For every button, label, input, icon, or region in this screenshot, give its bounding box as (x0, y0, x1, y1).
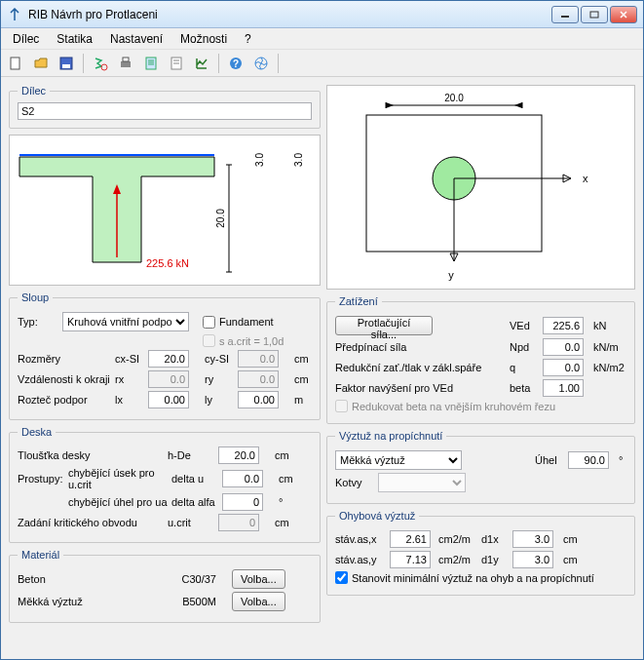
sloup-legend: Sloup (18, 291, 53, 303)
usek-label: chybějící úsek pro u.crit (68, 467, 168, 490)
ry-label: ry (205, 373, 234, 385)
svg-text:x: x (583, 173, 588, 184)
d1x-input[interactable] (512, 530, 553, 548)
menu-nastaveni[interactable]: Nastavení (102, 30, 170, 48)
uhel-label: chybějící úhel pro ua (68, 496, 168, 508)
redukovat-checkbox: Redukovat beta na vnějším kruhovém řezu (335, 400, 555, 412)
beton-volba-button[interactable]: Volba... (232, 569, 285, 589)
faktor-label: Faktor navýšení pro VEd (335, 382, 506, 394)
cysi-input (238, 350, 279, 368)
section-diagram: 225.6 kN 20.0 3.0 3.0 (9, 135, 321, 286)
run-icon[interactable] (90, 53, 111, 74)
roztec-label: Rozteč podpor (18, 394, 111, 406)
uhel-label-2: Úhel (535, 454, 564, 466)
deltaalfa-input[interactable] (222, 493, 263, 511)
menu-statika[interactable]: Statika (49, 30, 100, 48)
fan-icon[interactable] (250, 53, 272, 74)
new-icon[interactable] (5, 53, 26, 74)
beton-value: C30/37 (158, 573, 216, 585)
sheet-icon[interactable] (166, 53, 187, 74)
open-icon[interactable] (30, 53, 52, 74)
vyztuz-volba-button[interactable]: Volba... (232, 592, 285, 611)
hde-label: h-De (168, 449, 214, 461)
deltaalfa-label: delta alfa (171, 496, 218, 508)
chart-icon[interactable] (191, 53, 212, 74)
fundament-checkbox[interactable]: Fundament (203, 316, 274, 329)
tloustka-label: Tloušťka desky (18, 449, 164, 461)
menu-dilec[interactable]: Dílec (5, 30, 47, 48)
ohyb-legend: Ohybová výztuž (335, 510, 419, 522)
stavx-input[interactable] (390, 530, 431, 548)
dilec-input[interactable] (18, 102, 312, 120)
stavy-label: stáv.as,y (335, 554, 386, 565)
close-button[interactable] (610, 6, 637, 23)
print-icon[interactable] (115, 53, 136, 74)
save-icon[interactable] (56, 53, 77, 74)
q-input[interactable] (543, 359, 584, 376)
d1x-label: d1x (481, 533, 509, 545)
protlac-button[interactable]: Protlačující síla... (335, 316, 433, 335)
help-icon[interactable]: ? (225, 53, 246, 74)
dilec-legend: Dílec (18, 85, 50, 97)
svg-rect-1 (590, 12, 598, 18)
ved-label: VEd (510, 320, 539, 331)
ly-label: ly (205, 394, 234, 406)
svg-marker-30 (514, 102, 522, 108)
svg-point-5 (101, 64, 107, 70)
d1y-input[interactable] (512, 551, 553, 568)
m-label: m (294, 394, 303, 406)
cxsi-label: cx-SI (115, 353, 144, 365)
beta-input[interactable] (543, 379, 584, 397)
ucrit-label: u.crit (168, 517, 214, 528)
stavy-input[interactable] (390, 551, 431, 568)
deska-legend: Deska (18, 426, 56, 438)
ly-input[interactable] (238, 391, 279, 408)
minimize-button[interactable] (551, 6, 579, 23)
cysi-label: cy-SI (205, 353, 234, 365)
menu-help[interactable]: ? (237, 30, 259, 48)
report-icon[interactable] (140, 53, 162, 74)
beton-label: Beton (18, 573, 154, 585)
svg-rect-2 (11, 58, 19, 69)
vyztuz-label: Měkká výztuž (18, 596, 154, 607)
deltau-input[interactable] (222, 470, 263, 487)
typ-label: Typ: (18, 316, 58, 328)
vyztuz-select[interactable]: Měkká výztuž (335, 450, 462, 470)
npd-input[interactable] (543, 338, 584, 356)
svg-rect-6 (121, 61, 131, 67)
plan-diagram: 20.0 x y (326, 85, 635, 290)
predp-label: Předpínací síla (335, 341, 506, 353)
toolbar: ? (1, 50, 643, 77)
menu-moznosti[interactable]: Možnosti (172, 30, 235, 48)
hde-input[interactable] (218, 446, 259, 464)
stanovit-checkbox[interactable]: Stanovit minimální výztuž na ohyb a na p… (335, 571, 594, 584)
svg-text:y: y (448, 269, 454, 281)
lx-input[interactable] (148, 391, 189, 408)
app-window: RIB Návrh pro Protlaceni Dílec Statika N… (0, 0, 644, 660)
uhel-input[interactable] (568, 451, 609, 469)
zadani-label: Zadání kritického obvodu (18, 517, 164, 528)
q-label: q (510, 362, 539, 373)
vyztuz-prop-group: Výztuž na propíchnutí Měkká výztuž Úhel … (326, 430, 635, 504)
app-icon (7, 7, 22, 22)
npd-label: Npd (510, 341, 539, 353)
zatizeni-legend: Zatížení (335, 295, 382, 307)
svg-rect-7 (123, 58, 129, 61)
d1y-label: d1y (481, 554, 509, 565)
svg-text:20.0: 20.0 (444, 93, 464, 103)
ved-input[interactable] (543, 317, 584, 334)
material-legend: Materiál (18, 549, 63, 561)
svg-rect-4 (62, 64, 70, 68)
title-bar: RIB Návrh pro Protlaceni (1, 1, 643, 28)
acrit-checkbox: s a.crit = 1,0d (203, 334, 284, 347)
svg-rect-8 (146, 58, 156, 69)
ucrit-input (218, 514, 259, 531)
vyztuz-prop-legend: Výztuž na propíchnutí (335, 430, 446, 442)
cxsi-input[interactable] (148, 350, 189, 368)
svg-text:3.0: 3.0 (293, 153, 304, 167)
vzd-label: Vzdálenosti k okraji (18, 373, 111, 385)
typ-select[interactable]: Kruhová vnitřní podpor (62, 312, 189, 331)
maximize-button[interactable] (581, 6, 608, 23)
prostupy-label: Prostupy: (18, 473, 64, 485)
cm-label: cm (294, 353, 309, 365)
